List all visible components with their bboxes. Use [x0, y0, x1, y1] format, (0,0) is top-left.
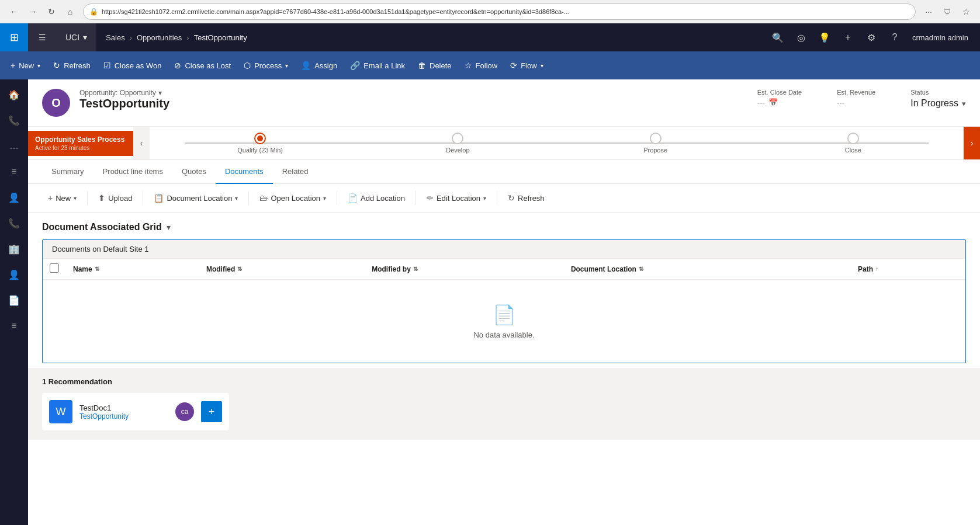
grid-collapse-chevron-icon[interactable]: ▾: [167, 222, 171, 232]
close-as-won-button[interactable]: ☑ Close as Won: [98, 55, 168, 76]
header-plus-button[interactable]: +: [837, 27, 858, 48]
header-question-button[interactable]: ?: [884, 27, 905, 48]
est-close-date-field: Est. Close Date --- 📅: [757, 89, 802, 107]
grid-title: Document Associated Grid: [42, 222, 162, 232]
step-label-develop: Develop: [446, 147, 469, 154]
header-search-button[interactable]: 🔍: [767, 27, 788, 48]
process-step-propose[interactable]: Propose: [557, 133, 754, 154]
add-location-button[interactable]: 📄 Add Location: [342, 189, 411, 207]
step-circle-close: [847, 133, 859, 144]
status-chevron-icon[interactable]: ▾: [962, 99, 966, 108]
hamburger-menu-button[interactable]: ☰: [28, 23, 56, 51]
user-name-label: crmadmin admin: [912, 33, 968, 42]
upload-button[interactable]: ⬆ Upload: [92, 189, 138, 207]
left-sidebar: 🏠 📞 … ≡ 👤 📞 🏢 👤 📄 ≡: [0, 79, 28, 525]
calendar-icon[interactable]: 📅: [768, 98, 778, 107]
process-step-develop[interactable]: Develop: [359, 133, 556, 154]
home-button[interactable]: ⌂: [62, 4, 78, 20]
tab-quotes[interactable]: Quotes: [172, 160, 216, 184]
docs-refresh-button[interactable]: ↻ Refresh: [502, 189, 550, 207]
doc-word-icon: W: [49, 400, 72, 423]
tab-documents[interactable]: Documents: [216, 160, 273, 184]
toolbar-sep-5: [415, 191, 416, 205]
header-bulb-button[interactable]: 💡: [814, 27, 835, 48]
col-header-path[interactable]: Path ↑: [851, 259, 965, 280]
process-step-close[interactable]: Close: [754, 133, 952, 154]
edit-location-button[interactable]: ✏ Edit Location ▾: [421, 189, 492, 207]
flow-chevron-icon: ▾: [541, 62, 543, 69]
doc-loc-sort-icon: ⇅: [639, 266, 643, 272]
sidebar-item-phone[interactable]: 📞: [2, 109, 26, 132]
app-chevron-icon: ▾: [83, 33, 87, 42]
add-location-label: Add Location: [361, 194, 405, 203]
assign-button[interactable]: 👤 Assign: [295, 55, 343, 76]
browser-shield-button[interactable]: 🛡: [939, 4, 955, 20]
header-gear-button[interactable]: ⚙: [861, 27, 882, 48]
modified-sort-icon: ⇅: [237, 266, 242, 272]
process-button[interactable]: ⬡ Process ▾: [238, 55, 294, 76]
close-as-lost-button[interactable]: ⊘ Close as Lost: [168, 55, 237, 76]
breadcrumb-opportunities[interactable]: Opportunities: [137, 33, 182, 42]
tab-summary[interactable]: Summary: [42, 160, 94, 184]
process-nav-right-button[interactable]: ›: [964, 127, 980, 159]
process-bar: Opportunity Sales Process Active for 23 …: [28, 127, 980, 160]
step-label-propose: Propose: [643, 147, 667, 154]
sidebar-item-home[interactable]: 🏠: [2, 83, 26, 106]
forward-button[interactable]: →: [25, 4, 41, 20]
follow-icon: ☆: [465, 61, 472, 70]
sidebar-item-documents[interactable]: 📄: [2, 288, 26, 312]
address-bar[interactable]: 🔒 https://sg421ti2csh1072.crm2.crmliveti…: [83, 4, 916, 20]
app-grid-button[interactable]: ⊞: [0, 23, 28, 51]
app-name-button[interactable]: UCI ▾: [56, 23, 96, 51]
sidebar-item-more[interactable]: …: [2, 134, 26, 158]
record-name: TestOpportunity: [79, 97, 743, 110]
header-follow-button[interactable]: ◎: [791, 27, 812, 48]
new-button[interactable]: + New ▾: [5, 55, 46, 76]
sidebar-item-settings[interactable]: ≡: [2, 314, 26, 338]
rec-add-button[interactable]: +: [201, 401, 222, 422]
email-link-button[interactable]: 🔗 Email a Link: [344, 55, 411, 76]
sidebar-item-list[interactable]: ≡: [2, 160, 26, 183]
col-header-modified-by[interactable]: Modified by ⇅: [365, 259, 564, 280]
back-button[interactable]: ←: [6, 4, 22, 20]
process-step-qualify[interactable]: Qualify (23 Min): [161, 133, 359, 154]
sidebar-item-users[interactable]: 👤: [2, 263, 26, 286]
delete-button[interactable]: 🗑 Delete: [412, 55, 458, 76]
step-label-close: Close: [845, 147, 861, 154]
docs-new-button[interactable]: + New ▾: [42, 189, 82, 207]
toolbar-sep-2: [143, 191, 143, 205]
sidebar-item-accounts[interactable]: 🏢: [2, 237, 26, 260]
status-value: In Progress: [910, 98, 958, 109]
open-location-button[interactable]: 🗁 Open Location ▾: [254, 189, 332, 207]
col-header-document-location[interactable]: Document Location ⇅: [564, 259, 851, 280]
grid-header: Document Associated Grid ▾: [42, 222, 966, 232]
process-nav-left-button[interactable]: ‹: [133, 127, 150, 159]
grid-icon: ⊞: [10, 31, 19, 44]
col-header-modified[interactable]: Modified ⇅: [199, 259, 365, 280]
follow-button[interactable]: ☆ Follow: [459, 55, 504, 76]
select-all-checkbox[interactable]: [50, 263, 59, 273]
user-menu[interactable]: crmadmin admin: [908, 33, 973, 42]
grid-checkbox-header[interactable]: [43, 259, 66, 280]
browser-more-button[interactable]: ···: [920, 4, 937, 20]
rec-doc-sub[interactable]: TestOpportunity: [79, 412, 168, 420]
breadcrumb-sales[interactable]: Sales: [106, 33, 125, 42]
sidebar-item-calls[interactable]: 📞: [2, 211, 26, 235]
refresh-button[interactable]: ↻ Refresh: [47, 55, 96, 76]
sidebar-item-contact[interactable]: 👤: [2, 186, 26, 209]
add-location-icon: 📄: [348, 193, 358, 203]
docs-refresh-icon: ↻: [508, 193, 515, 203]
no-data-text: No data available.: [66, 331, 942, 339]
tab-related[interactable]: Related: [273, 160, 318, 184]
close-won-label: Close as Won: [115, 61, 162, 70]
doc-location-button[interactable]: 📋 Document Location ▾: [148, 189, 244, 207]
status-label: Status: [910, 89, 966, 96]
col-header-name[interactable]: Name ⇅: [66, 259, 199, 280]
tab-product-line-items[interactable]: Product line items: [94, 160, 172, 184]
record-type-chevron-icon[interactable]: ▾: [158, 89, 162, 97]
browser-star-button[interactable]: ☆: [958, 4, 974, 20]
flow-button[interactable]: ⟳ Flow ▾: [504, 55, 549, 76]
docs-toolbar: + New ▾ ⬆ Upload 📋 Document Location ▾ 🗁…: [28, 184, 980, 213]
name-sort-icon: ⇅: [95, 266, 99, 272]
browser-refresh-button[interactable]: ↻: [43, 4, 60, 20]
